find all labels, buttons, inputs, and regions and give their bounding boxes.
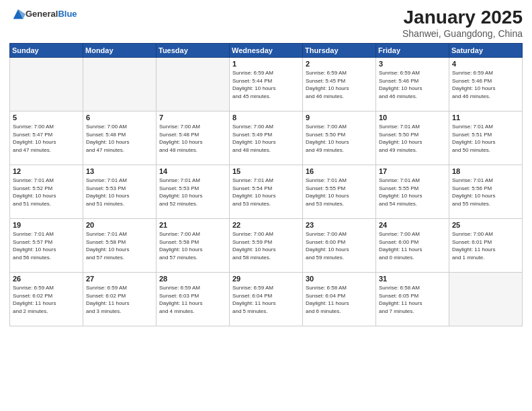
day-number: 27: [86, 275, 153, 283]
day-cell: 6Sunrise: 7:00 AM Sunset: 5:48 PM Daylig…: [83, 111, 157, 165]
day-cell: 13Sunrise: 7:01 AM Sunset: 5:53 PM Dayli…: [83, 165, 157, 219]
day-cell: 5Sunrise: 7:00 AM Sunset: 5:47 PM Daylig…: [10, 111, 83, 165]
day-cell: 16Sunrise: 7:01 AM Sunset: 5:55 PM Dayli…: [303, 165, 376, 219]
weekday-header-row: Sunday Monday Tuesday Wednesday Thursday…: [10, 44, 523, 58]
day-info: Sunrise: 7:00 AM Sunset: 5:49 PM Dayligh…: [232, 123, 300, 154]
day-info: Sunrise: 6:59 AM Sunset: 6:02 PM Dayligh…: [13, 284, 80, 315]
day-cell: 31Sunrise: 6:58 AM Sunset: 6:05 PM Dayli…: [376, 273, 449, 326]
day-info: Sunrise: 7:00 AM Sunset: 5:50 PM Dayligh…: [306, 123, 373, 154]
day-info: Sunrise: 6:59 AM Sunset: 5:46 PM Dayligh…: [379, 69, 446, 100]
day-number: 6: [86, 113, 153, 122]
day-number: 15: [232, 167, 300, 175]
day-cell: 14Sunrise: 7:01 AM Sunset: 5:53 PM Dayli…: [157, 165, 230, 219]
day-info: Sunrise: 7:00 AM Sunset: 5:58 PM Dayligh…: [159, 230, 226, 261]
day-cell: [449, 273, 523, 326]
header-monday: Monday: [83, 44, 157, 58]
day-info: Sunrise: 7:01 AM Sunset: 5:55 PM Dayligh…: [306, 177, 373, 208]
day-cell: 27Sunrise: 6:59 AM Sunset: 6:02 PM Dayli…: [83, 273, 157, 326]
day-cell: 23Sunrise: 7:00 AM Sunset: 6:00 PM Dayli…: [303, 219, 376, 273]
logo-general: General: [26, 9, 58, 19]
day-number: 5: [13, 113, 80, 122]
day-info: Sunrise: 6:59 AM Sunset: 5:44 PM Dayligh…: [232, 69, 300, 100]
day-cell: 3Sunrise: 6:59 AM Sunset: 5:46 PM Daylig…: [376, 58, 449, 111]
day-cell: 29Sunrise: 6:59 AM Sunset: 6:04 PM Dayli…: [230, 273, 303, 326]
day-info: Sunrise: 7:01 AM Sunset: 5:53 PM Dayligh…: [159, 177, 226, 208]
day-info: Sunrise: 6:59 AM Sunset: 5:45 PM Dayligh…: [306, 69, 373, 100]
day-number: 8: [232, 113, 300, 122]
day-info: Sunrise: 7:00 AM Sunset: 5:47 PM Dayligh…: [13, 123, 80, 154]
day-cell: 2Sunrise: 6:59 AM Sunset: 5:45 PM Daylig…: [303, 58, 376, 111]
week-row-1: 1Sunrise: 6:59 AM Sunset: 5:44 PM Daylig…: [10, 58, 523, 111]
day-info: Sunrise: 7:01 AM Sunset: 5:50 PM Dayligh…: [379, 123, 446, 154]
day-number: 12: [13, 167, 80, 175]
day-cell: 24Sunrise: 7:00 AM Sunset: 6:00 PM Dayli…: [376, 219, 449, 273]
calendar: Sunday Monday Tuesday Wednesday Thursday…: [9, 43, 523, 326]
logo-icon: [11, 7, 26, 21]
day-number: 22: [232, 221, 300, 229]
day-cell: [157, 58, 230, 111]
header-sunday: Sunday: [10, 44, 83, 58]
day-number: 3: [379, 60, 446, 68]
day-info: Sunrise: 6:59 AM Sunset: 6:03 PM Dayligh…: [159, 284, 226, 315]
day-info: Sunrise: 7:00 AM Sunset: 6:01 PM Dayligh…: [452, 230, 519, 261]
day-number: 31: [379, 275, 446, 283]
day-cell: 28Sunrise: 6:59 AM Sunset: 6:03 PM Dayli…: [157, 273, 230, 326]
day-cell: 4Sunrise: 6:59 AM Sunset: 5:46 PM Daylig…: [449, 58, 523, 111]
logo-text: GeneralBlue: [26, 9, 77, 19]
day-cell: 18Sunrise: 7:01 AM Sunset: 5:56 PM Dayli…: [449, 165, 523, 219]
day-cell: 20Sunrise: 7:01 AM Sunset: 5:58 PM Dayli…: [83, 219, 157, 273]
page: GeneralBlue January 2025 Shanwei, Guangd…: [0, 0, 532, 411]
day-info: Sunrise: 7:01 AM Sunset: 5:58 PM Dayligh…: [86, 230, 153, 261]
day-cell: [10, 58, 83, 111]
day-cell: [83, 58, 157, 111]
day-cell: 12Sunrise: 7:01 AM Sunset: 5:52 PM Dayli…: [10, 165, 83, 219]
day-info: Sunrise: 7:00 AM Sunset: 5:48 PM Dayligh…: [159, 123, 226, 154]
logo: GeneralBlue: [9, 7, 77, 21]
day-cell: 17Sunrise: 7:01 AM Sunset: 5:55 PM Dayli…: [376, 165, 449, 219]
day-number: 2: [306, 60, 373, 68]
day-number: 19: [13, 221, 80, 229]
day-info: Sunrise: 7:01 AM Sunset: 5:51 PM Dayligh…: [452, 123, 519, 154]
day-info: Sunrise: 7:01 AM Sunset: 5:57 PM Dayligh…: [13, 230, 80, 261]
header-tuesday: Tuesday: [157, 44, 230, 58]
week-row-5: 26Sunrise: 6:59 AM Sunset: 6:02 PM Dayli…: [10, 273, 523, 326]
day-cell: 22Sunrise: 7:00 AM Sunset: 5:59 PM Dayli…: [230, 219, 303, 273]
week-row-4: 19Sunrise: 7:01 AM Sunset: 5:57 PM Dayli…: [10, 219, 523, 273]
day-number: 28: [159, 275, 226, 283]
day-cell: 1Sunrise: 6:59 AM Sunset: 5:44 PM Daylig…: [230, 58, 303, 111]
day-info: Sunrise: 6:58 AM Sunset: 6:04 PM Dayligh…: [306, 284, 373, 315]
day-number: 10: [379, 113, 446, 122]
day-number: 24: [379, 221, 446, 229]
day-info: Sunrise: 7:00 AM Sunset: 5:59 PM Dayligh…: [232, 230, 300, 261]
day-info: Sunrise: 7:01 AM Sunset: 5:54 PM Dayligh…: [232, 177, 300, 208]
day-cell: 8Sunrise: 7:00 AM Sunset: 5:49 PM Daylig…: [230, 111, 303, 165]
day-cell: 21Sunrise: 7:00 AM Sunset: 5:58 PM Dayli…: [157, 219, 230, 273]
title-block: January 2025 Shanwei, Guangdong, China: [402, 7, 523, 39]
header-saturday: Saturday: [449, 44, 523, 58]
day-number: 7: [159, 113, 226, 122]
week-row-2: 5Sunrise: 7:00 AM Sunset: 5:47 PM Daylig…: [10, 111, 523, 165]
day-info: Sunrise: 7:00 AM Sunset: 5:48 PM Dayligh…: [86, 123, 153, 154]
day-cell: 30Sunrise: 6:58 AM Sunset: 6:04 PM Dayli…: [303, 273, 376, 326]
day-info: Sunrise: 6:58 AM Sunset: 6:05 PM Dayligh…: [379, 284, 446, 315]
day-cell: 15Sunrise: 7:01 AM Sunset: 5:54 PM Dayli…: [230, 165, 303, 219]
header-wednesday: Wednesday: [230, 44, 303, 58]
day-cell: 26Sunrise: 6:59 AM Sunset: 6:02 PM Dayli…: [10, 273, 83, 326]
day-number: 18: [452, 167, 519, 175]
day-cell: 9Sunrise: 7:00 AM Sunset: 5:50 PM Daylig…: [303, 111, 376, 165]
day-number: 13: [86, 167, 153, 175]
header-friday: Friday: [376, 44, 449, 58]
day-info: Sunrise: 7:01 AM Sunset: 5:55 PM Dayligh…: [379, 177, 446, 208]
day-number: 23: [306, 221, 373, 229]
day-number: 21: [159, 221, 226, 229]
day-number: 17: [379, 167, 446, 175]
day-info: Sunrise: 7:00 AM Sunset: 6:00 PM Dayligh…: [306, 230, 373, 261]
day-number: 4: [452, 60, 519, 68]
day-info: Sunrise: 7:01 AM Sunset: 5:56 PM Dayligh…: [452, 177, 519, 208]
day-number: 16: [306, 167, 373, 175]
day-number: 20: [86, 221, 153, 229]
logo-blue: Blue: [58, 9, 77, 19]
day-number: 9: [306, 113, 373, 122]
day-cell: 7Sunrise: 7:00 AM Sunset: 5:48 PM Daylig…: [157, 111, 230, 165]
day-number: 14: [159, 167, 226, 175]
